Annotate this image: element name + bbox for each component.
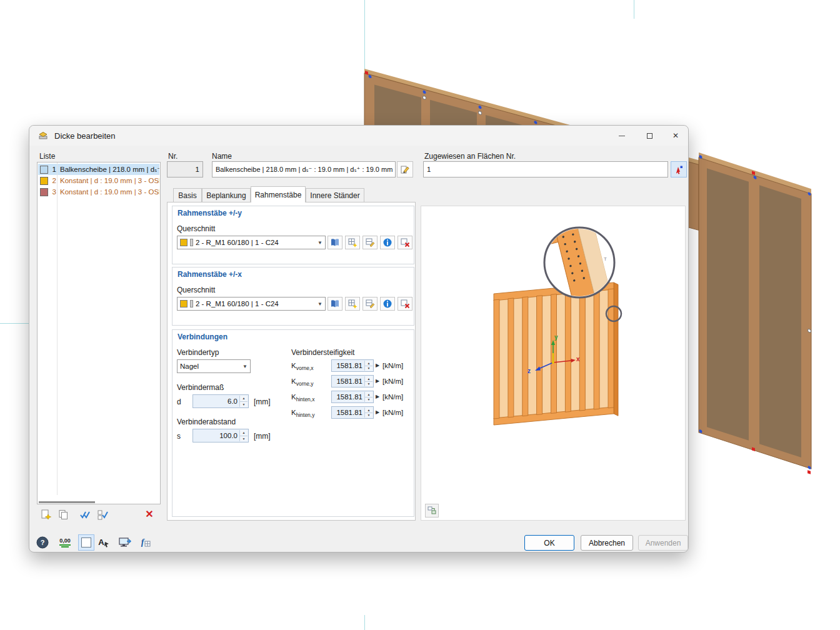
units-button[interactable]: 0,00 [57,534,73,551]
thickness-list[interactable]: 1 Balkenscheibe | 218.0 mm | dₛ⁻ : 2 Kon… [37,162,161,504]
minimize-button[interactable] [608,126,636,146]
select-all-button[interactable] [78,507,92,522]
section-info-button[interactable] [380,236,395,249]
assigned-surfaces-label: Zugewiesen an Flächen Nr. [424,152,516,161]
edit-section-icon [365,238,375,248]
display-options-icon [427,506,437,516]
spin-down-icon[interactable]: ▼ [240,401,248,408]
expand-arrow-icon[interactable]: ▶ [376,409,379,415]
tab-rahmenstaebe[interactable]: Rahmenstäbe [251,186,306,202]
cancel-button[interactable]: Abbrechen [581,535,633,551]
tab-innere-staender[interactable]: Innere Ständer [306,188,364,202]
svg-text:A: A [98,538,104,547]
stiffness-value: 1581.81 [336,409,362,416]
cross-section-label: Querschnitt [177,224,215,233]
section-new-button[interactable] [345,297,360,311]
connector-size-unit: [mm] [254,398,271,406]
spin-up-icon[interactable]: ▲ [365,392,372,397]
stiffness-input[interactable]: 1581.81 ▲▼ [331,391,374,403]
section-info-button[interactable] [380,297,395,311]
dialog-titlebar[interactable]: Dicke bearbeiten ✕ [29,126,688,146]
stiffness-input[interactable]: 1581.81 ▲▼ [331,406,374,419]
spin-up-icon[interactable]: ▲ [240,396,248,401]
delete-section-icon [400,238,410,248]
section-delete-button[interactable] [398,236,412,249]
close-icon: ✕ [672,131,679,140]
tab-basis[interactable]: Basis [173,188,202,202]
connector-spacing-input[interactable]: 100.0 ▲▼ [192,429,249,442]
stiffness-unit: [kN/m] [382,378,403,385]
display-settings-button[interactable] [117,534,133,551]
copy-entry-button[interactable] [56,507,71,522]
connector-spacing-label: Verbinderabstand [177,418,236,426]
help-button[interactable]: ? [34,534,51,551]
chevron-down-icon: ▼ [242,364,248,369]
list-item-number: 1 [48,166,56,173]
section-library-button[interactable] [328,297,342,311]
spinner[interactable]: ▲▼ [364,361,372,371]
application-canvas: Dicke bearbeiten ✕ Liste Nr. Name Zugewi… [0,0,840,630]
formula-button[interactable]: f [137,534,153,551]
preview-panel: y x z T [421,206,686,521]
section-library-button[interactable] [328,236,342,249]
list-column-divider [57,162,58,495]
apply-button[interactable]: Anwenden [638,535,688,551]
preview-display-options-button[interactable] [425,504,439,518]
spin-down-icon[interactable]: ▼ [240,436,248,442]
cross-section-select-x[interactable]: 2 - R_M1 60/180 | 1 - C24 ▼ [177,297,326,311]
spin-up-icon[interactable]: ▲ [365,361,372,366]
spinner[interactable]: ▲▼ [364,408,372,418]
section-edit-button[interactable] [362,297,378,311]
new-entry-button[interactable] [38,507,53,522]
spin-up-icon[interactable]: ▲ [365,408,372,412]
section-new-button[interactable] [345,236,360,249]
deselect-all-button[interactable] [95,507,110,522]
color-box-button[interactable] [78,534,94,551]
name-field[interactable]: Balkenscheibe | 218.0 mm | dₛ⁻ : 19.0 mm… [212,161,396,178]
spinner[interactable]: ▲▼ [239,396,248,407]
spin-down-icon[interactable]: ▼ [365,412,372,418]
nr-field: 1 [167,161,203,178]
name-value: Balkenscheibe | 218.0 mm | dₛ⁻ : 19.0 mm… [216,166,392,174]
connector-size-input[interactable]: 6.0 ▲▼ [192,394,249,408]
cancel-label: Abbrechen [589,539,625,548]
spin-down-icon[interactable]: ▼ [365,366,372,371]
spin-up-icon[interactable]: ▲ [365,376,372,381]
ok-button[interactable]: OK [524,535,574,551]
pick-surfaces-button[interactable] [671,161,687,178]
symbol-sub: vorne,y [296,381,314,387]
group-title: Rahmenstäbe +/-x [178,270,242,279]
spinner[interactable]: ▲▼ [364,392,372,402]
apply-label: Anwenden [646,539,681,548]
stiffness-input[interactable]: 1581.81 ▲▼ [331,375,374,388]
expand-arrow-icon[interactable]: ▶ [376,362,379,368]
delete-x-icon: ✕ [145,509,153,519]
connector-type-select[interactable]: Nagel ▼ [177,359,251,373]
expand-arrow-icon[interactable]: ▶ [376,394,379,399]
spin-up-icon[interactable]: ▲ [240,430,248,436]
spin-down-icon[interactable]: ▼ [365,397,372,402]
delete-entry-button[interactable]: ✕ [142,507,157,522]
maximize-button[interactable] [636,126,663,146]
units-underline-icon [61,546,69,548]
expand-arrow-icon[interactable]: ▶ [376,378,379,384]
font-button[interactable]: A [96,534,112,551]
spinner[interactable]: ▲▼ [364,376,372,386]
list-item-text: Konstant | d : 19.0 mm | 3 - OSB [60,177,159,184]
section-delete-button[interactable] [398,297,412,311]
cross-section-value: 2 - R_M1 60/180 | 1 - C24 [196,239,279,246]
cross-section-value: 2 - R_M1 60/180 | 1 - C24 [196,300,279,308]
section-edit-button[interactable] [362,236,378,249]
close-button[interactable]: ✕ [662,126,689,146]
delete-section-icon [400,299,410,309]
symbol-sub: hinten,y [296,412,315,418]
list-scrollbar[interactable] [39,501,95,503]
cross-section-select-y[interactable]: 2 - R_M1 60/180 | 1 - C24 ▼ [177,236,326,249]
axis-z-label: z [528,368,531,374]
edit-name-button[interactable] [397,161,413,178]
spin-down-icon[interactable]: ▼ [365,381,372,387]
tab-beplankung[interactable]: Beplankung [202,188,251,202]
spinner[interactable]: ▲▼ [239,430,248,441]
assigned-surfaces-field[interactable]: 1 [423,161,668,178]
stiffness-input[interactable]: 1581.81 ▲▼ [331,359,374,372]
